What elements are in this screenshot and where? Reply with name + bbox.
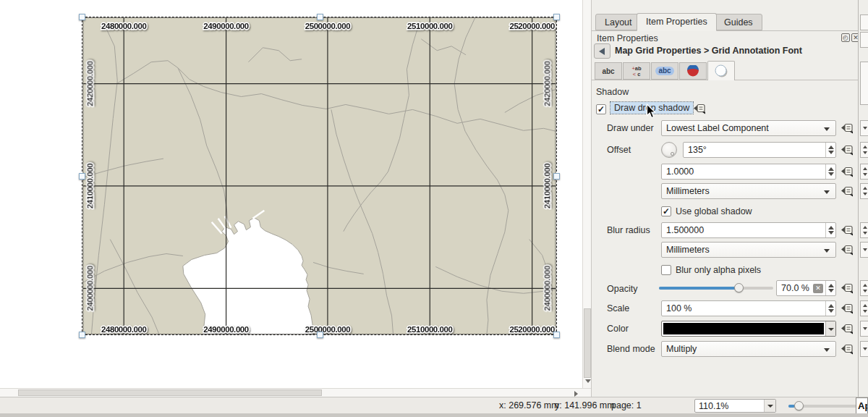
spin-up-icon[interactable] — [828, 167, 834, 171]
page-readout: page: 1 — [611, 400, 642, 410]
offset-angle-spinbox[interactable]: 135° — [683, 142, 836, 158]
chevron-down-icon — [824, 127, 830, 131]
data-defined-override-button[interactable] — [841, 224, 854, 236]
draw-under-value: Lowest Label Component — [666, 123, 769, 133]
slider-thumb[interactable] — [734, 283, 744, 292]
back-button[interactable] — [594, 43, 610, 59]
svg-text:2500000.000: 2500000.000 — [305, 325, 350, 334]
data-defined-override-button[interactable] — [841, 244, 854, 256]
selection-handle-s[interactable] — [317, 332, 323, 338]
data-defined-override-button[interactable] — [841, 303, 854, 314]
svg-text:2410000.000: 2410000.000 — [85, 164, 94, 208]
tab-layout[interactable]: Layout — [595, 14, 642, 30]
data-defined-override-button[interactable] — [841, 185, 854, 197]
dial-marker — [671, 152, 674, 156]
zoom-dropdown-button[interactable] — [764, 400, 775, 412]
scroll-right-arrow-icon[interactable] — [574, 391, 578, 397]
data-defined-override-button[interactable] — [841, 282, 854, 294]
opacity-value: 70.0 % — [781, 283, 809, 293]
use-global-shadow-label[interactable]: Use global shadow — [676, 206, 752, 216]
item-properties-panel: Layout Item Properties Guides Item Prope… — [591, 0, 858, 397]
svg-text:2420000.000: 2420000.000 — [543, 61, 552, 106]
buffer-icon: abc — [655, 67, 673, 75]
blur-alpha-label[interactable]: Blur only alpha pixels — [676, 265, 761, 275]
selection-handle-ne[interactable] — [553, 14, 560, 20]
data-defined-override-button[interactable] — [841, 323, 854, 334]
spin-down-icon[interactable] — [828, 289, 834, 292]
data-defined-override-button[interactable] — [841, 122, 854, 134]
selection-handle-nw[interactable] — [79, 14, 85, 20]
data-defined-override-button[interactable] — [693, 103, 706, 114]
hscroll-thumb[interactable] — [18, 389, 322, 396]
spin-up-icon[interactable] — [828, 284, 834, 287]
window-bottom-edge — [0, 413, 868, 417]
opacity-spinbox[interactable]: 70.0 % ✕ — [776, 280, 836, 296]
data-defined-override-button[interactable] — [841, 166, 854, 177]
color-dropdown-button[interactable] — [825, 321, 835, 336]
data-defined-override-button[interactable] — [841, 144, 854, 156]
zoom-level-combobox[interactable]: 110.1% — [694, 399, 776, 413]
svg-text:2520000.000: 2520000.000 — [509, 325, 554, 334]
offset-unit-select[interactable]: Millimeters — [661, 183, 836, 199]
blur-unit-select[interactable]: Millimeters — [661, 242, 836, 258]
canvas-horizontal-scrollbar[interactable] — [0, 388, 591, 397]
cursor-x-readout: x: 269.576 mm — [499, 400, 559, 410]
svg-text:2420000.000: 2420000.000 — [85, 61, 94, 106]
clipped-widget — [860, 14, 868, 30]
offset-dial[interactable] — [661, 142, 677, 158]
vscroll-thumb[interactable] — [584, 308, 591, 378]
spin-up-icon[interactable] — [828, 146, 834, 149]
clear-value-icon[interactable]: ✕ — [813, 284, 823, 293]
background-icon — [686, 65, 700, 78]
blur-unit-value: Millimeters — [666, 245, 710, 255]
tab-item-properties[interactable]: Item Properties — [637, 13, 717, 31]
map-item[interactable]: 2480000.0002490000.0002500000.0002510000… — [82, 17, 557, 335]
clipped-panel-strip — [858, 0, 868, 397]
tab-text[interactable]: abc — [595, 62, 622, 80]
selection-handle-sw[interactable] — [79, 332, 85, 338]
shadow-color-button[interactable] — [661, 321, 836, 337]
selection-handle-w[interactable] — [79, 173, 85, 180]
float-panel-icon[interactable]: ◴ — [841, 33, 850, 42]
slider-fill — [659, 287, 736, 290]
slider-thumb[interactable] — [794, 401, 804, 410]
blur-alpha-checkbox[interactable] — [661, 265, 671, 275]
blend-mode-select[interactable]: Multiply — [661, 341, 836, 357]
canvas-vertical-scrollbar[interactable] — [582, 0, 591, 388]
layout-canvas[interactable]: 2480000.0002490000.0002500000.0002510000… — [0, 0, 582, 388]
clipped-widget — [860, 280, 868, 296]
draw-drop-shadow-checkbox[interactable]: ✓ — [596, 104, 606, 114]
spin-up-icon[interactable] — [828, 226, 834, 229]
tab-shadow[interactable] — [707, 61, 735, 80]
offset-unit-value: Millimeters — [666, 186, 710, 196]
zoom-level-value: 110.1% — [699, 401, 728, 411]
spin-down-icon[interactable] — [828, 231, 834, 235]
use-global-shadow-checkbox[interactable]: ✓ — [661, 206, 671, 216]
tab-background[interactable] — [679, 62, 707, 80]
selection-handle-se[interactable] — [553, 332, 560, 338]
selection-handle-n[interactable] — [317, 14, 323, 20]
scroll-down-arrow-icon[interactable] — [585, 379, 591, 383]
selection-handle-e[interactable] — [553, 173, 560, 180]
scale-spinbox[interactable]: 100 % — [661, 300, 836, 316]
color-swatch — [663, 323, 824, 334]
draw-under-select[interactable]: Lowest Label Component — [661, 120, 836, 136]
svg-text:2500000.000: 2500000.000 — [305, 22, 350, 30]
clipped-widget — [860, 300, 868, 316]
spin-down-icon[interactable] — [828, 151, 834, 154]
svg-text:2480000.000: 2480000.000 — [101, 22, 146, 30]
spin-down-icon[interactable] — [828, 309, 834, 313]
tab-buffer[interactable]: abc — [651, 62, 678, 80]
tab-guides[interactable]: Guides — [715, 14, 762, 30]
tab-formatting[interactable]: +ab< c — [623, 62, 650, 80]
opacity-slider[interactable] — [659, 283, 773, 293]
spin-down-icon[interactable] — [828, 172, 834, 176]
spin-up-icon[interactable] — [828, 304, 834, 308]
data-defined-override-button[interactable] — [841, 343, 854, 355]
zoom-slider[interactable] — [788, 401, 865, 410]
blur-radius-value: 1.500000 — [666, 225, 704, 235]
offset-distance-spinbox[interactable]: 1.0000 — [661, 164, 836, 180]
shadow-icon — [713, 64, 729, 79]
blur-radius-spinbox[interactable]: 1.500000 — [661, 222, 836, 238]
shadow-heading: Shadow — [596, 87, 629, 97]
